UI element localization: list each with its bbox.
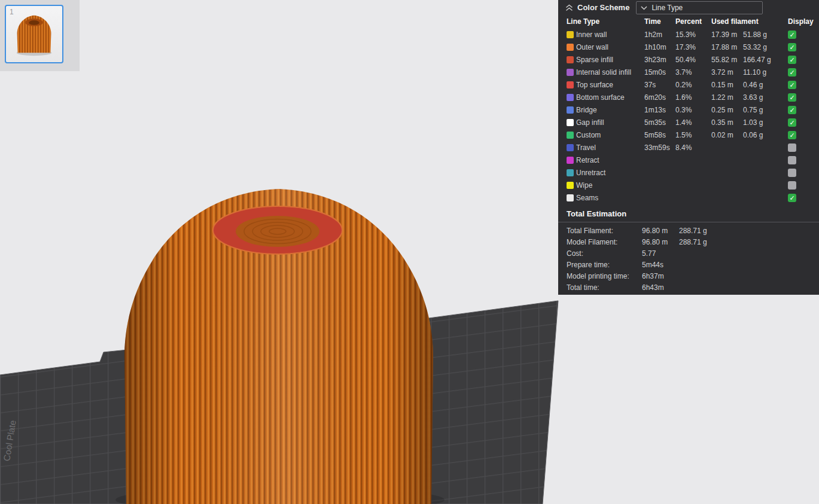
line-type-time: 1h10m	[644, 43, 675, 51]
total-row-label: Total Filament:	[567, 227, 642, 235]
line-type-color-swatch	[567, 81, 574, 88]
line-type-row: Bottom surface 6m20s 1.6% 1.22 m 3.63 g …	[558, 91, 819, 103]
display-checkbox[interactable]: ✓	[788, 81, 796, 89]
view-type-dropdown[interactable]: Line Type	[636, 1, 763, 14]
display-checkbox[interactable]	[788, 143, 796, 152]
display-checkbox[interactable]: ✓	[788, 30, 796, 39]
total-row-label: Model Filament:	[567, 238, 642, 246]
view-type-value: Line Type	[651, 4, 683, 12]
model-hole	[236, 216, 319, 247]
model-3d	[115, 189, 444, 504]
collapse-panel-icon[interactable]	[565, 4, 573, 11]
display-checkbox[interactable]	[788, 181, 796, 190]
line-type-filament-g: 11.10 g	[743, 68, 788, 77]
column-line-type: Line Type	[567, 17, 644, 26]
line-type-color-swatch	[567, 69, 574, 76]
total-row-value-1: 5.77	[642, 249, 679, 258]
line-type-percent: 8.4%	[675, 143, 711, 152]
line-type-filament-g: 0.75 g	[743, 106, 788, 114]
line-type-row: Wipe	[558, 179, 819, 191]
line-type-label: Outer wall	[576, 43, 644, 51]
chevron-down-icon	[641, 5, 647, 10]
line-type-label: Bottom surface	[576, 93, 644, 102]
total-estimation-row: Model printing time: 6h37m	[558, 270, 819, 282]
line-type-color-swatch	[567, 94, 574, 101]
line-type-percent: 50.4%	[675, 56, 711, 64]
line-type-filament-g: 0.06 g	[743, 131, 788, 139]
line-type-color-swatch	[567, 44, 574, 51]
line-type-label: Unretract	[576, 169, 644, 177]
line-type-filament-g: 0.46 g	[743, 81, 788, 89]
line-type-percent: 1.5%	[675, 131, 711, 139]
plate-thumbnail[interactable]: 1	[5, 5, 63, 63]
line-type-label: Seams	[576, 194, 644, 202]
total-row-label: Total time:	[567, 283, 642, 292]
line-type-time: 37s	[644, 81, 675, 89]
total-row-value-1: 6h43m	[642, 283, 679, 292]
line-type-color-swatch	[567, 56, 574, 63]
line-type-row: Seams ✓	[558, 191, 819, 204]
column-used-filament: Used filament	[711, 17, 788, 26]
line-type-filament-m: 17.88 m	[711, 43, 743, 51]
line-type-percent: 1.4%	[675, 118, 711, 127]
display-checkbox[interactable]	[788, 156, 796, 164]
line-type-percent: 0.2%	[675, 81, 711, 89]
table-column-headers: Line Type Time Percent Used filament Dis…	[558, 15, 819, 28]
line-type-filament-m: 3.72 m	[711, 68, 743, 77]
display-checkbox[interactable]: ✓	[788, 194, 796, 202]
line-type-rows: Inner wall 1h2m 15.3% 17.39 m 51.88 g ✓ …	[558, 28, 819, 204]
total-row-label: Cost:	[567, 249, 642, 258]
line-type-time: 1h2m	[644, 30, 675, 39]
line-type-row: Outer wall 1h10m 17.3% 17.88 m 53.32 g ✓	[558, 41, 819, 53]
line-type-label: Custom	[576, 131, 644, 139]
total-row-value-1: 6h37m	[642, 272, 679, 280]
total-row-label: Prepare time:	[567, 261, 642, 269]
display-checkbox[interactable]: ✓	[788, 93, 796, 102]
total-row-value-2: 288.71 g	[679, 227, 819, 235]
total-estimation-row: Model Filament: 96.80 m 288.71 g	[558, 236, 819, 248]
line-type-row: Gap infill 5m35s 1.4% 0.35 m 1.03 g ✓	[558, 116, 819, 129]
line-type-filament-m: 55.82 m	[711, 56, 743, 64]
line-type-label: Top surface	[576, 81, 644, 89]
plate-thumbnail-bar: 1	[0, 0, 80, 71]
line-type-color-swatch	[567, 132, 574, 139]
display-checkbox[interactable]: ✓	[788, 68, 796, 77]
line-type-color-swatch	[567, 119, 574, 126]
total-row-value-2: 288.71 g	[679, 238, 819, 246]
total-row-label: Model printing time:	[567, 272, 642, 280]
line-type-filament-m: 0.02 m	[711, 131, 743, 139]
display-checkbox[interactable]: ✓	[788, 56, 796, 64]
total-estimation-row: Prepare time: 5m44s	[558, 259, 819, 270]
line-type-label: Bridge	[576, 106, 644, 114]
display-checkbox[interactable]	[788, 169, 796, 177]
column-time: Time	[644, 17, 675, 26]
line-type-row: Unretract	[558, 166, 819, 179]
line-type-row: Custom 5m58s 1.5% 0.02 m 0.06 g ✓	[558, 129, 819, 141]
line-type-filament-m: 0.35 m	[711, 118, 743, 127]
line-type-time: 5m58s	[644, 131, 675, 139]
display-checkbox[interactable]: ✓	[788, 118, 796, 127]
line-type-time: 15m0s	[644, 68, 675, 77]
line-type-filament-g: 166.47 g	[743, 56, 788, 64]
line-type-filament-g: 51.88 g	[743, 30, 788, 39]
line-type-label: Travel	[576, 143, 644, 152]
line-type-label: Gap infill	[576, 118, 644, 127]
line-type-row: Retract	[558, 154, 819, 166]
line-type-color-swatch	[567, 31, 574, 38]
column-display: Display	[788, 17, 819, 26]
line-type-color-swatch	[567, 157, 574, 164]
line-type-color-swatch	[567, 182, 574, 189]
total-estimation-rows: Total Filament: 96.80 m 288.71 g Model F…	[558, 225, 819, 293]
line-type-row: Internal solid infill 15m0s 3.7% 3.72 m …	[558, 66, 819, 78]
panel-header: Color Scheme Line Type	[558, 0, 819, 15]
total-estimation-title: Total Estimation	[558, 204, 819, 222]
display-checkbox[interactable]: ✓	[788, 43, 796, 51]
line-type-percent: 17.3%	[675, 43, 711, 51]
plate-thumbnail-image	[6, 6, 62, 62]
line-type-color-swatch	[567, 144, 574, 151]
line-type-time: 33m59s	[644, 143, 675, 152]
line-type-filament-m: 0.15 m	[711, 81, 743, 89]
display-checkbox[interactable]: ✓	[788, 131, 796, 139]
panel-title: Color Scheme	[577, 3, 629, 12]
display-checkbox[interactable]: ✓	[788, 106, 796, 114]
